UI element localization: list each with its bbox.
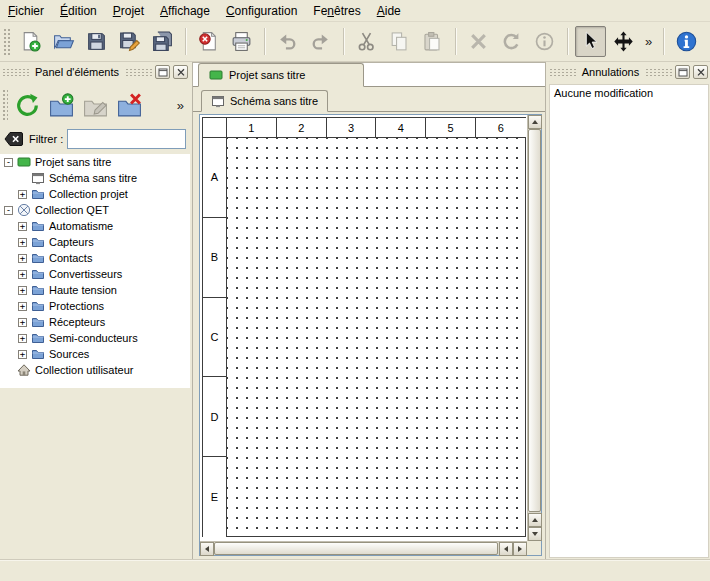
elements-toolbar-handle[interactable] [2, 89, 8, 121]
close-icon [696, 68, 706, 77]
tree-expander[interactable]: + [18, 334, 27, 343]
toolbar-separator [343, 28, 344, 55]
page-header-corner [203, 118, 227, 138]
column-header: 4 [376, 118, 426, 138]
reload-collections-button[interactable] [10, 88, 44, 122]
menu-aide[interactable]: Aide [369, 0, 409, 21]
tree-item-contacts[interactable]: +Contacts [0, 250, 190, 266]
tab-project[interactable]: Projet sans titre [198, 63, 364, 87]
info-button[interactable] [529, 26, 560, 57]
cut-button[interactable] [351, 26, 382, 57]
tree-item-semi-conducteurs[interactable]: +Semi-conducteurs [0, 330, 190, 346]
undo-button[interactable] [272, 26, 303, 57]
tree-expander[interactable]: + [18, 350, 27, 359]
tree-expander[interactable]: + [18, 238, 27, 247]
close-panel-button[interactable] [693, 65, 708, 79]
clear-filter-button[interactable] [3, 130, 25, 148]
float-panel-button[interactable] [675, 65, 690, 79]
tree-item-collection-qet[interactable]: -Collection QET [0, 202, 190, 218]
save-button[interactable] [81, 26, 112, 57]
toolbar-separator [264, 28, 265, 55]
tree-item-schema-sans-titre[interactable]: Schéma sans titre [0, 170, 190, 186]
tree-item-label: Collection QET [35, 204, 109, 216]
scroll-left-button-right[interactable] [499, 542, 513, 556]
open-button[interactable] [48, 26, 79, 57]
undo-root-item[interactable]: Aucune modification [550, 85, 708, 101]
project-tabbar: Projet sans titre [193, 63, 545, 87]
tree-expander[interactable]: + [18, 318, 27, 327]
vertical-scroll-thumb[interactable] [528, 129, 541, 512]
vertical-scrollbar[interactable] [527, 115, 541, 541]
menu-fenetres[interactable]: Fenêtres [305, 0, 368, 21]
toolbar-overflow-button[interactable]: » [640, 27, 657, 57]
folder-icon [31, 251, 45, 265]
dock-texture [2, 68, 29, 77]
arrow-right-icon [518, 546, 522, 552]
menu-affichage[interactable]: Affichage [152, 0, 218, 21]
edit-element-button[interactable] [78, 88, 112, 122]
scroll-down-button[interactable] [528, 527, 542, 541]
diagram-viewport[interactable]: 123456ABCDE [200, 115, 527, 541]
delete-element-button[interactable] [112, 88, 146, 122]
float-icon [678, 68, 688, 77]
save-all-button[interactable] [147, 26, 178, 57]
menu-projet[interactable]: Projet [105, 0, 152, 21]
tree-expander[interactable]: + [18, 222, 27, 231]
new-document-button[interactable] [15, 26, 46, 57]
elements-toolbar: » [0, 84, 190, 126]
tree-item-sources[interactable]: +Sources [0, 346, 190, 362]
qelectrotech-window: FichierÉditionProjetAffichageConfigurati… [0, 0, 710, 581]
elements-toolbar-overflow-button[interactable]: » [177, 98, 184, 113]
arrow-left-icon [205, 546, 209, 552]
scroll-up-button-bottom[interactable] [528, 513, 542, 527]
elements-panel-titlebar[interactable]: Panel d'éléments [2, 64, 188, 80]
schema-icon [211, 94, 225, 108]
menu-edition[interactable]: Édition [52, 0, 105, 21]
tree-item-haute-tension[interactable]: +Haute tension [0, 282, 190, 298]
save-as-button[interactable] [114, 26, 145, 57]
tree-expander[interactable]: + [18, 190, 27, 199]
float-panel-button[interactable] [155, 65, 170, 79]
filter-input[interactable] [67, 129, 186, 149]
scroll-right-button[interactable] [513, 542, 527, 556]
tree-expander[interactable]: - [4, 206, 13, 215]
tree-item-convertisseurs[interactable]: +Convertisseurs [0, 266, 190, 282]
tab-schema[interactable]: Schéma sans titre [201, 90, 328, 112]
menu-fichier[interactable]: Fichier [0, 0, 52, 21]
tree-item-automatisme[interactable]: +Automatisme [0, 218, 190, 234]
tree-expander[interactable]: - [4, 158, 13, 167]
horizontal-scrollbar[interactable] [200, 541, 527, 555]
new-element-button[interactable] [44, 88, 78, 122]
close-panel-button[interactable] [173, 65, 188, 79]
close-document-button[interactable] [193, 26, 224, 57]
print-button[interactable] [226, 26, 257, 57]
tree-item-capteurs[interactable]: +Capteurs [0, 234, 190, 250]
tree-item-protections[interactable]: +Protections [0, 298, 190, 314]
toolbar-handle[interactable] [3, 28, 10, 56]
elements-panel-title: Panel d'éléments [32, 66, 122, 78]
info-blue-button[interactable] [671, 26, 702, 57]
undo-panel-titlebar[interactable]: Annulations [549, 64, 708, 80]
tree-item-collection-utilisateur[interactable]: Collection utilisateur [0, 362, 190, 378]
select-cursor-icon [579, 30, 602, 53]
tree-expander[interactable]: + [18, 302, 27, 311]
tree-item-collection-projet[interactable]: +Collection projet [0, 186, 190, 202]
tree-expander[interactable]: + [18, 270, 27, 279]
diagram-view: 123456ABCDE [199, 114, 542, 556]
tree-item-projet-sans-titre[interactable]: -Projet sans titre [0, 154, 190, 170]
delete-button[interactable] [463, 26, 494, 57]
tree-item-recepteurs[interactable]: +Récepteurs [0, 314, 190, 330]
tree-expander[interactable]: + [18, 254, 27, 263]
menu-configuration[interactable]: Configuration [218, 0, 305, 21]
tree-expander[interactable]: + [18, 286, 27, 295]
move-button[interactable] [608, 26, 639, 57]
horizontal-scroll-thumb[interactable] [214, 542, 498, 555]
select-cursor-button[interactable] [575, 26, 606, 57]
scroll-left-button[interactable] [200, 542, 214, 556]
rotate-button[interactable] [496, 26, 527, 57]
paste-button[interactable] [417, 26, 448, 57]
diagram-grid[interactable] [227, 138, 526, 537]
scroll-up-button[interactable] [528, 115, 542, 129]
copy-button[interactable] [384, 26, 415, 57]
redo-button[interactable] [305, 26, 336, 57]
